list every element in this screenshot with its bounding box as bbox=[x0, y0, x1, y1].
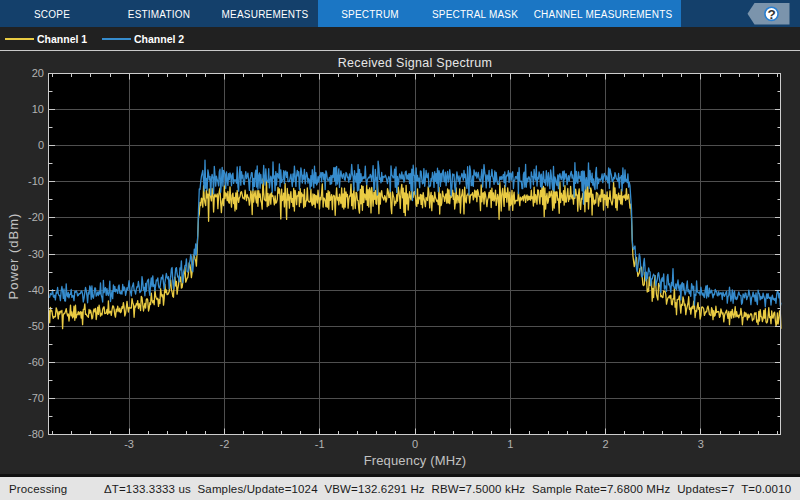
svg-text:-40: -40 bbox=[28, 284, 44, 296]
svg-text:Power (dBm): Power (dBm) bbox=[6, 213, 21, 300]
svg-text:-3: -3 bbox=[124, 438, 134, 450]
svg-text:-10: -10 bbox=[28, 175, 44, 187]
svg-text:0: 0 bbox=[412, 438, 418, 450]
svg-text:-20: -20 bbox=[28, 211, 44, 223]
svg-text:?: ? bbox=[767, 7, 775, 22]
svg-text:-60: -60 bbox=[28, 356, 44, 368]
svg-text:-30: -30 bbox=[28, 248, 44, 260]
svg-text:Frequency (MHz): Frequency (MHz) bbox=[364, 453, 467, 468]
svg-text:10: 10 bbox=[32, 103, 44, 115]
svg-text:20: 20 bbox=[32, 67, 44, 79]
svg-text:2: 2 bbox=[603, 438, 609, 450]
svg-text:0: 0 bbox=[38, 139, 44, 151]
svg-text:-1: -1 bbox=[315, 438, 325, 450]
svg-text:-50: -50 bbox=[28, 320, 44, 332]
svg-text:-2: -2 bbox=[220, 438, 230, 450]
svg-text:1: 1 bbox=[507, 438, 513, 450]
svg-text:3: 3 bbox=[698, 438, 704, 450]
svg-text:-70: -70 bbox=[28, 392, 44, 404]
svg-text:Received Signal Spectrum: Received Signal Spectrum bbox=[338, 56, 493, 70]
svg-text:-80: -80 bbox=[28, 428, 44, 440]
